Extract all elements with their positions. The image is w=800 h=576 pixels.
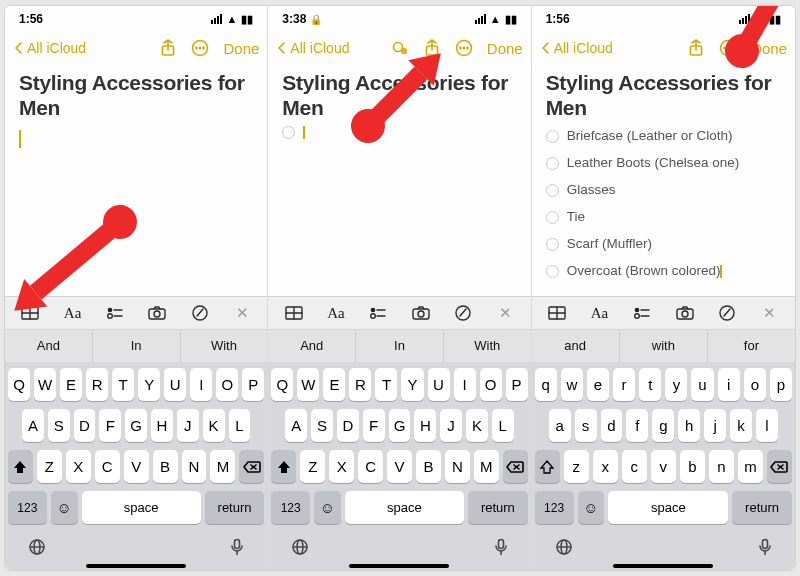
suggestion[interactable]: and bbox=[532, 330, 620, 362]
marker-icon[interactable] bbox=[449, 301, 477, 325]
key-K[interactable]: K bbox=[466, 409, 488, 442]
marker-icon[interactable] bbox=[186, 301, 214, 325]
checklist-item[interactable]: Overcoat (Brown colored) bbox=[546, 261, 781, 282]
shift-key[interactable] bbox=[535, 450, 560, 483]
key-P[interactable]: P bbox=[506, 368, 528, 401]
emoji-key[interactable]: ☺ bbox=[314, 491, 341, 524]
mic-icon[interactable] bbox=[758, 538, 772, 561]
globe-icon[interactable] bbox=[28, 538, 46, 561]
key-C[interactable]: C bbox=[95, 450, 120, 483]
text-format-button[interactable]: Aa bbox=[585, 301, 613, 325]
note-title[interactable]: Styling Accessories for Men bbox=[546, 70, 781, 120]
key-V[interactable]: V bbox=[124, 450, 149, 483]
suggestion[interactable]: for bbox=[708, 330, 795, 362]
key-X[interactable]: X bbox=[66, 450, 91, 483]
key-D[interactable]: D bbox=[337, 409, 359, 442]
numeric-key[interactable]: 123 bbox=[8, 491, 47, 524]
key-S[interactable]: s bbox=[575, 409, 597, 442]
key-L[interactable]: l bbox=[756, 409, 778, 442]
check-circle-icon[interactable] bbox=[546, 157, 559, 170]
key-F[interactable]: f bbox=[626, 409, 648, 442]
key-B[interactable]: b bbox=[680, 450, 705, 483]
camera-icon[interactable] bbox=[671, 301, 699, 325]
key-A[interactable]: A bbox=[22, 409, 44, 442]
mic-icon[interactable] bbox=[230, 538, 244, 561]
backspace-key[interactable] bbox=[239, 450, 264, 483]
note-body[interactable]: Styling Accessories for Men bbox=[268, 64, 530, 296]
suggestion[interactable]: In bbox=[93, 330, 181, 362]
backspace-key[interactable] bbox=[503, 450, 528, 483]
key-A[interactable]: a bbox=[549, 409, 571, 442]
table-icon[interactable] bbox=[16, 301, 44, 325]
key-E[interactable]: E bbox=[60, 368, 82, 401]
key-N[interactable]: n bbox=[709, 450, 734, 483]
more-icon[interactable] bbox=[719, 39, 737, 57]
key-S[interactable]: S bbox=[311, 409, 333, 442]
key-Y[interactable]: y bbox=[665, 368, 687, 401]
key-E[interactable]: E bbox=[323, 368, 345, 401]
key-O[interactable]: O bbox=[216, 368, 238, 401]
key-X[interactable]: x bbox=[593, 450, 618, 483]
key-G[interactable]: G bbox=[125, 409, 147, 442]
key-V[interactable]: v bbox=[651, 450, 676, 483]
key-Q[interactable]: Q bbox=[8, 368, 30, 401]
camera-icon[interactable] bbox=[143, 301, 171, 325]
key-K[interactable]: k bbox=[730, 409, 752, 442]
space-key[interactable]: space bbox=[345, 491, 464, 524]
back-button[interactable]: All iCloud bbox=[276, 40, 349, 56]
key-G[interactable]: G bbox=[389, 409, 411, 442]
key-L[interactable]: L bbox=[492, 409, 514, 442]
key-W[interactable]: W bbox=[297, 368, 319, 401]
shift-key[interactable] bbox=[8, 450, 33, 483]
table-icon[interactable] bbox=[543, 301, 571, 325]
note-body[interactable]: Styling Accessories for Men bbox=[5, 64, 267, 296]
key-P[interactable]: P bbox=[242, 368, 264, 401]
key-Z[interactable]: Z bbox=[300, 450, 325, 483]
key-O[interactable]: O bbox=[480, 368, 502, 401]
key-U[interactable]: u bbox=[691, 368, 713, 401]
key-J[interactable]: J bbox=[440, 409, 462, 442]
numeric-key[interactable]: 123 bbox=[271, 491, 310, 524]
key-R[interactable]: r bbox=[613, 368, 635, 401]
back-button[interactable]: All iCloud bbox=[13, 40, 86, 56]
suggestion[interactable]: With bbox=[444, 330, 531, 362]
space-key[interactable]: space bbox=[608, 491, 728, 524]
check-circle-icon[interactable] bbox=[546, 238, 559, 251]
key-S[interactable]: S bbox=[48, 409, 70, 442]
close-icon[interactable]: ✕ bbox=[228, 301, 256, 325]
more-icon[interactable] bbox=[455, 39, 473, 57]
key-M[interactable]: m bbox=[738, 450, 763, 483]
key-O[interactable]: o bbox=[744, 368, 766, 401]
mic-icon[interactable] bbox=[494, 538, 508, 561]
key-Q[interactable]: q bbox=[535, 368, 557, 401]
globe-icon[interactable] bbox=[291, 538, 309, 561]
checklist-icon[interactable] bbox=[364, 301, 392, 325]
key-D[interactable]: D bbox=[74, 409, 96, 442]
checklist-icon[interactable] bbox=[628, 301, 656, 325]
check-circle-icon[interactable] bbox=[546, 184, 559, 197]
key-C[interactable]: c bbox=[622, 450, 647, 483]
share-icon[interactable] bbox=[423, 39, 441, 57]
key-I[interactable]: I bbox=[454, 368, 476, 401]
key-H[interactable]: h bbox=[678, 409, 700, 442]
share-icon[interactable] bbox=[687, 39, 705, 57]
space-key[interactable]: space bbox=[82, 491, 201, 524]
note-title[interactable]: Styling Accessories for Men bbox=[282, 70, 516, 120]
key-I[interactable]: I bbox=[190, 368, 212, 401]
check-circle-icon[interactable] bbox=[546, 265, 559, 278]
key-L[interactable]: L bbox=[229, 409, 251, 442]
key-J[interactable]: J bbox=[177, 409, 199, 442]
key-W[interactable]: W bbox=[34, 368, 56, 401]
key-G[interactable]: g bbox=[652, 409, 674, 442]
checklist-icon[interactable] bbox=[101, 301, 129, 325]
checklist-item[interactable]: Leather Boots (Chelsea one) bbox=[546, 153, 781, 174]
suggestion[interactable]: With bbox=[181, 330, 268, 362]
back-button[interactable]: All iCloud bbox=[540, 40, 613, 56]
key-D[interactable]: d bbox=[601, 409, 623, 442]
done-button[interactable]: Done bbox=[223, 40, 259, 57]
suggestion[interactable]: And bbox=[5, 330, 93, 362]
check-circle-icon[interactable] bbox=[546, 130, 559, 143]
key-M[interactable]: M bbox=[474, 450, 499, 483]
check-circle-icon[interactable] bbox=[546, 211, 559, 224]
key-F[interactable]: F bbox=[99, 409, 121, 442]
